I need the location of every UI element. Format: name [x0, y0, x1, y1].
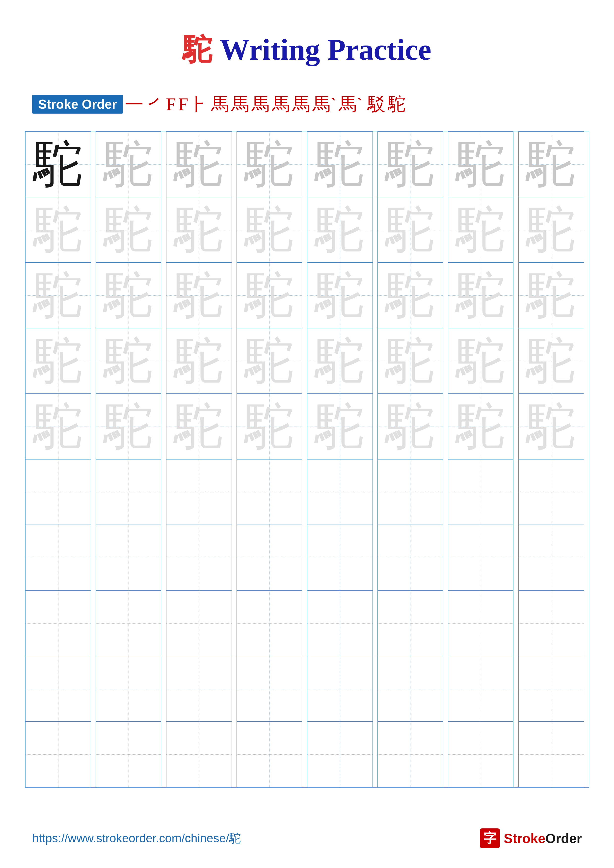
practice-char: 駝 [315, 205, 365, 254]
practice-char: 駝 [174, 271, 224, 320]
grid-cell-r5c4: 駝 [236, 394, 302, 459]
practice-char: 駝 [315, 336, 365, 386]
grid-cell-r6c8 [518, 459, 584, 525]
brand-icon: 字 [480, 828, 500, 848]
practice-char: 駝 [385, 271, 435, 320]
grid-cell-r8c1 [25, 591, 91, 656]
grid-cell-r10c2 [96, 722, 161, 787]
stroke-step-5: ⺊ [191, 92, 208, 116]
footer: https://www.strokeorder.com/chinese/駝 字 … [0, 828, 614, 848]
grid-cell-r1c2: 駝 [96, 132, 161, 197]
grid-cell-r1c1: 駝 [25, 132, 91, 197]
practice-char: 駝 [526, 271, 576, 320]
grid-cell-r1c8: 駝 [518, 132, 584, 197]
practice-char: 駝 [526, 336, 576, 386]
grid-cell-r10c4 [236, 722, 302, 787]
practice-char: 駝 [104, 402, 153, 451]
grid-cell-r7c7 [448, 525, 513, 591]
grid-cell-r8c3 [166, 591, 232, 656]
practice-char: 駝 [174, 336, 224, 386]
practice-char: 駝 [526, 205, 576, 254]
grid-cell-r2c1: 駝 [25, 197, 91, 262]
stroke-step-9: 馬 [272, 92, 290, 116]
title-char: 駝 [183, 33, 212, 66]
practice-char: 駝 [315, 271, 365, 320]
grid-cell-r9c2 [96, 656, 161, 722]
grid-cell-r6c4 [236, 459, 302, 525]
grid-cell-r10c7 [448, 722, 513, 787]
grid-cell-r9c5 [307, 656, 373, 722]
stroke-step-3: F [166, 94, 176, 115]
stroke-step-6: 馬 [211, 92, 229, 116]
practice-char: 駝 [33, 402, 83, 451]
practice-char: 駝 [174, 402, 224, 451]
grid-cell-r8c2 [96, 591, 161, 656]
grid-cell-r3c8: 駝 [518, 262, 584, 328]
grid-cell-r2c2: 駝 [96, 197, 161, 262]
grid-cell-r3c6: 駝 [378, 262, 443, 328]
grid-cell-r3c2: 駝 [96, 262, 161, 328]
grid-cell-r4c2: 駝 [96, 328, 161, 394]
stroke-order-label: Stroke Order [32, 95, 123, 113]
grid-cell-r5c6: 駝 [378, 394, 443, 459]
practice-char: 駝 [526, 140, 576, 189]
practice-char: 駝 [33, 205, 83, 254]
grid-cell-r1c3: 駝 [166, 132, 232, 197]
practice-char: 駝 [456, 271, 505, 320]
grid-cell-r9c8 [518, 656, 584, 722]
grid-cell-r6c6 [378, 459, 443, 525]
practice-char: 駝 [33, 336, 83, 386]
stroke-step-10: 馬 [292, 92, 310, 116]
grid-cell-r9c3 [166, 656, 232, 722]
grid-cell-r4c5: 駝 [307, 328, 373, 394]
grid-cell-r3c5: 駝 [307, 262, 373, 328]
stroke-order-section: Stroke Order ㇐ ㇒ F F ⺊ 馬 馬 馬 馬 馬 馬` 馬` 駁… [0, 85, 614, 121]
grid-cell-r5c7: 駝 [448, 394, 513, 459]
practice-char: 駝 [315, 402, 365, 451]
stroke-step-7: 馬 [231, 92, 249, 116]
grid-cell-r8c4 [236, 591, 302, 656]
grid-cell-r10c5 [307, 722, 373, 787]
practice-char: 駝 [385, 336, 435, 386]
grid-cell-r1c4: 駝 [236, 132, 302, 197]
practice-char: 駝 [456, 205, 505, 254]
grid-cell-r3c4: 駝 [236, 262, 302, 328]
grid-cell-r4c8: 駝 [518, 328, 584, 394]
practice-char: 駝 [104, 205, 153, 254]
practice-char: 駝 [315, 140, 365, 189]
stroke-step-14: 駝 [388, 92, 406, 116]
practice-char: 駝 [104, 140, 153, 189]
practice-char: 駝 [385, 205, 435, 254]
footer-brand: 字 StrokeOrder [480, 828, 582, 848]
grid-cell-r4c1: 駝 [25, 328, 91, 394]
grid-cell-r7c6 [378, 525, 443, 591]
grid-cell-r4c3: 駝 [166, 328, 232, 394]
grid-cell-r1c5: 駝 [307, 132, 373, 197]
grid-cell-r9c4 [236, 656, 302, 722]
practice-char: 駝 [33, 140, 83, 189]
grid-cell-r4c4: 駝 [236, 328, 302, 394]
grid-cell-r9c7 [448, 656, 513, 722]
grid-cell-r1c7: 駝 [448, 132, 513, 197]
grid-cell-r7c4 [236, 525, 302, 591]
grid-cell-r2c4: 駝 [236, 197, 302, 262]
stroke-step-11: 馬` [312, 92, 336, 116]
practice-char: 駝 [385, 402, 435, 451]
practice-char: 駝 [456, 140, 505, 189]
practice-char: 駝 [245, 271, 294, 320]
practice-char: 駝 [33, 271, 83, 320]
practice-char: 駝 [174, 205, 224, 254]
grid-cell-r1c6: 駝 [378, 132, 443, 197]
grid-cell-r6c7 [448, 459, 513, 525]
grid-cell-r8c7 [448, 591, 513, 656]
grid-cell-r10c6 [378, 722, 443, 787]
practice-char: 駝 [174, 140, 224, 189]
grid-cell-r5c1: 駝 [25, 394, 91, 459]
grid-cell-r8c6 [378, 591, 443, 656]
grid-cell-r4c6: 駝 [378, 328, 443, 394]
practice-grid: 駝 駝 駝 駝 駝 駝 駝 駝 駝 駝 駝 駝 駝 駝 駝 駝 [25, 131, 589, 787]
practice-char: 駝 [456, 336, 505, 386]
grid-cell-r7c1 [25, 525, 91, 591]
grid-cell-r6c2 [96, 459, 161, 525]
practice-char: 駝 [526, 402, 576, 451]
